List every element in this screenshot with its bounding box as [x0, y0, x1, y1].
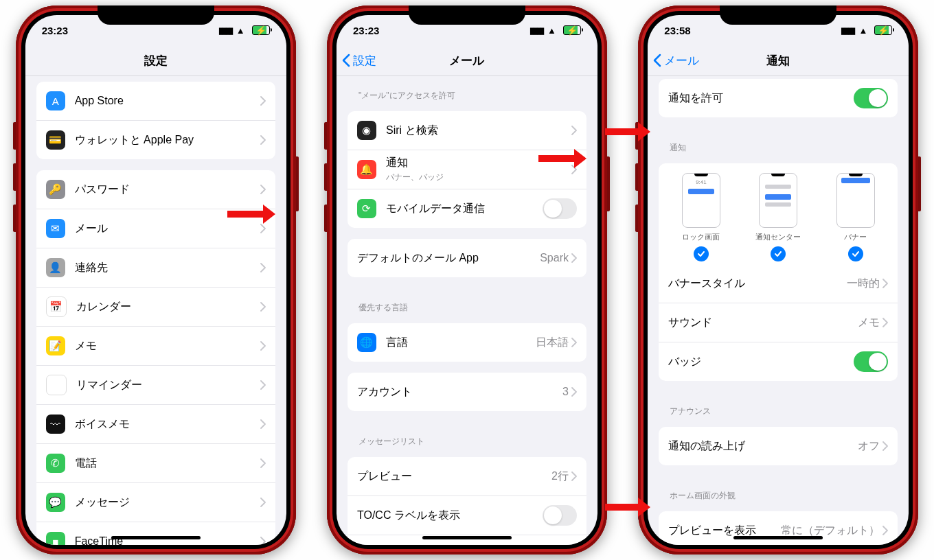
- notch: [98, 5, 214, 25]
- chevron-icon: [882, 318, 888, 327]
- signal-icon: ▮▮▮▮: [529, 25, 543, 36]
- back-button[interactable]: 設定: [342, 45, 376, 75]
- notification-settings[interactable]: 通知を許可 通知 9:41ロック画面通知センターバナー バナースタイル一時的サウ…: [648, 76, 909, 545]
- settings-row[interactable]: 〰ボイスメモ: [36, 405, 275, 444]
- settings-row[interactable]: AApp Store: [36, 82, 275, 121]
- settings-group: プレビュー2行TO/CC ラベルを表示スワイプオプション: [348, 457, 586, 545]
- chevron-icon: [260, 458, 266, 468]
- home-indicator[interactable]: [733, 536, 823, 539]
- row-label: 通知の読み上げ: [668, 439, 858, 454]
- settings-group: 🔑パスワード✉メール👤連絡先📅カレンダー📝メモ⋮リマインダー〰ボイスメモ✆電話💬…: [36, 170, 275, 545]
- row-label: カレンダー: [76, 300, 260, 314]
- password-icon: 🔑: [46, 180, 65, 199]
- chevron-icon: [571, 471, 577, 481]
- settings-row[interactable]: バナースタイル一時的: [659, 264, 898, 303]
- settings-row[interactable]: ⋮リマインダー: [36, 366, 275, 405]
- row-label: メッセージ: [75, 495, 260, 510]
- styles-header: 通知: [648, 128, 909, 158]
- settings-row[interactable]: プレビューを表示常に（デフォルト）: [659, 511, 898, 545]
- row-label: 電話: [75, 456, 260, 471]
- style-checkbox[interactable]: [771, 246, 786, 261]
- settings-row[interactable]: バッジ: [659, 342, 898, 381]
- chevron-icon: [260, 96, 266, 106]
- settings-row[interactable]: 📅カレンダー: [36, 288, 275, 327]
- battery-icon: ⚡: [252, 25, 270, 35]
- notification-style-lock[interactable]: 9:41ロック画面: [682, 173, 720, 261]
- lang-icon: 🌐: [357, 333, 376, 352]
- chevron-icon: [260, 341, 266, 351]
- page-title: 通知: [766, 53, 790, 69]
- chevron-icon: [571, 387, 577, 397]
- settings-group: ◉Siri と検索🔔通知バナー、バッジ⟳モバイルデータ通信: [348, 111, 586, 228]
- style-label: バナー: [844, 232, 867, 242]
- contacts-icon: 👤: [46, 258, 65, 277]
- back-button[interactable]: メール: [653, 45, 699, 75]
- settings-row[interactable]: アカウント3: [348, 373, 586, 411]
- chevron-icon: [260, 185, 266, 194]
- allow-notifications-toggle[interactable]: [854, 88, 888, 108]
- row-label: App Store: [75, 95, 260, 107]
- home-indicator[interactable]: [111, 536, 201, 539]
- cellular-icon: ⟳: [357, 199, 376, 218]
- toggle[interactable]: [854, 351, 888, 372]
- mail-settings-list[interactable]: "メール"にアクセスを許可◉Siri と検索🔔通知バナー、バッジ⟳モバイルデータ…: [337, 76, 597, 545]
- style-preview-icon: [759, 173, 797, 228]
- settings-row[interactable]: 💬メッセージ: [36, 483, 275, 522]
- settings-row[interactable]: 🌐言語日本語: [348, 323, 586, 362]
- toggle[interactable]: [543, 505, 577, 526]
- chevron-icon: [260, 537, 266, 545]
- row-label: Siri と検索: [386, 124, 571, 138]
- row-value: 日本語: [536, 336, 569, 350]
- toggle[interactable]: [543, 198, 577, 219]
- status-time: 23:58: [664, 25, 690, 36]
- status-time: 23:23: [353, 25, 379, 36]
- row-label: パスワード: [75, 183, 260, 197]
- settings-row[interactable]: ⟳モバイルデータ通信: [348, 189, 586, 228]
- settings-group: アカウント3: [348, 373, 586, 411]
- settings-row[interactable]: デフォルトのメール AppSpark: [348, 239, 586, 277]
- arrow-icon: [538, 150, 586, 167]
- chevron-icon: [260, 224, 266, 233]
- row-label: バッジ: [668, 355, 854, 369]
- battery-icon: ⚡: [874, 25, 892, 35]
- row-label: モバイルデータ通信: [386, 202, 543, 216]
- row-label: サウンド: [668, 316, 858, 330]
- page-title: 設定: [144, 53, 168, 69]
- style-checkbox[interactable]: [848, 246, 863, 261]
- notification-style-banner[interactable]: バナー: [836, 173, 875, 261]
- settings-list[interactable]: AApp Store💳ウォレットと Apple Pay🔑パスワード✉メール👤連絡…: [25, 76, 286, 545]
- style-label: 通知センター: [755, 232, 801, 242]
- settings-row[interactable]: ■FaceTime: [36, 522, 275, 545]
- chevron-icon: [882, 526, 888, 535]
- arrow-icon: [605, 499, 650, 515]
- status-time: 23:23: [42, 25, 68, 36]
- settings-row[interactable]: TO/CC ラベルを表示: [348, 496, 586, 535]
- notification-style-selector: 9:41ロック画面通知センターバナー: [659, 163, 898, 264]
- notes-icon: 📝: [46, 336, 65, 355]
- notification-style-center[interactable]: 通知センター: [755, 173, 801, 261]
- voicememo-icon: 〰: [46, 415, 65, 434]
- settings-row[interactable]: 💳ウォレットと Apple Pay: [36, 121, 275, 159]
- settings-row[interactable]: 📝メモ: [36, 327, 275, 366]
- row-label: メモ: [75, 339, 260, 353]
- notif-icon: 🔔: [357, 160, 376, 179]
- settings-row[interactable]: サウンドメモ: [659, 303, 898, 342]
- settings-row[interactable]: ✆電話: [36, 444, 275, 483]
- settings-row[interactable]: 通知の読み上げオフ: [659, 427, 898, 465]
- row-label: 連絡先: [75, 261, 260, 275]
- allow-notifications-row[interactable]: 通知を許可: [659, 79, 898, 117]
- home-indicator[interactable]: [422, 536, 512, 539]
- row-value: 一時的: [847, 277, 880, 291]
- settings-row[interactable]: ◉Siri と検索: [348, 111, 586, 150]
- row-label: アカウント: [357, 385, 562, 399]
- row-label: リマインダー: [76, 378, 260, 393]
- group-header: メッセージリスト: [337, 422, 597, 452]
- phone-icon: ✆: [46, 454, 65, 473]
- group-header: 優先する言語: [337, 288, 597, 318]
- style-checkbox[interactable]: [694, 246, 709, 261]
- settings-row[interactable]: 👤連絡先: [36, 248, 275, 288]
- settings-row[interactable]: プレビュー2行: [348, 457, 586, 496]
- row-label: バナースタイル: [668, 277, 847, 291]
- row-value: 3: [562, 386, 569, 398]
- settings-row[interactable]: 🔑パスワード: [36, 170, 275, 209]
